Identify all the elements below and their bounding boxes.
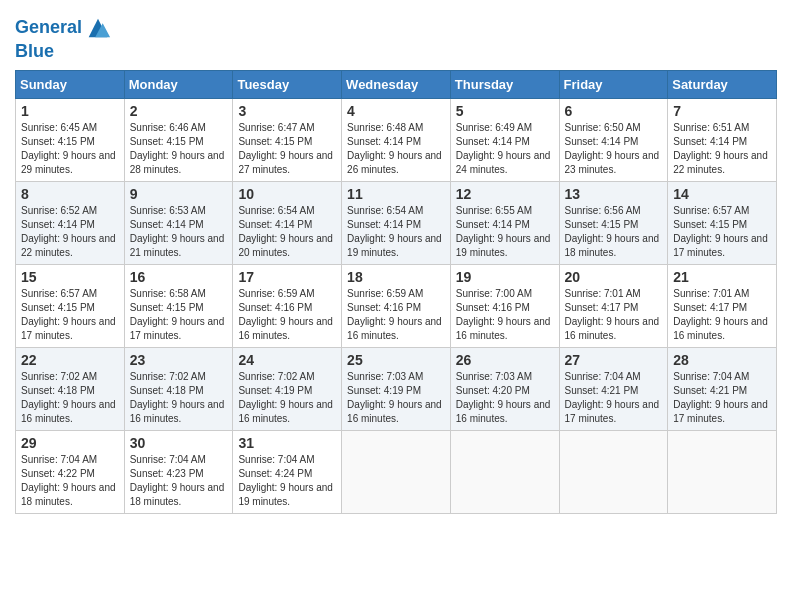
calendar-cell: 10Sunrise: 6:54 AMSunset: 4:14 PMDayligh… xyxy=(233,181,342,264)
calendar-cell: 25Sunrise: 7:03 AMSunset: 4:19 PMDayligh… xyxy=(342,347,451,430)
day-info: Sunrise: 7:01 AMSunset: 4:17 PMDaylight:… xyxy=(673,287,771,343)
day-number: 13 xyxy=(565,186,663,202)
logo: General Blue xyxy=(15,14,112,62)
calendar-cell: 24Sunrise: 7:02 AMSunset: 4:19 PMDayligh… xyxy=(233,347,342,430)
day-info: Sunrise: 6:55 AMSunset: 4:14 PMDaylight:… xyxy=(456,204,554,260)
day-number: 6 xyxy=(565,103,663,119)
day-header: Saturday xyxy=(668,70,777,98)
day-header: Wednesday xyxy=(342,70,451,98)
day-info: Sunrise: 6:54 AMSunset: 4:14 PMDaylight:… xyxy=(238,204,336,260)
calendar-cell: 21Sunrise: 7:01 AMSunset: 4:17 PMDayligh… xyxy=(668,264,777,347)
calendar-week: 15Sunrise: 6:57 AMSunset: 4:15 PMDayligh… xyxy=(16,264,777,347)
day-info: Sunrise: 7:04 AMSunset: 4:23 PMDaylight:… xyxy=(130,453,228,509)
day-info: Sunrise: 6:59 AMSunset: 4:16 PMDaylight:… xyxy=(347,287,445,343)
day-number: 11 xyxy=(347,186,445,202)
day-header: Monday xyxy=(124,70,233,98)
day-info: Sunrise: 6:46 AMSunset: 4:15 PMDaylight:… xyxy=(130,121,228,177)
calendar-cell: 27Sunrise: 7:04 AMSunset: 4:21 PMDayligh… xyxy=(559,347,668,430)
calendar-cell: 23Sunrise: 7:02 AMSunset: 4:18 PMDayligh… xyxy=(124,347,233,430)
day-number: 30 xyxy=(130,435,228,451)
day-number: 3 xyxy=(238,103,336,119)
day-info: Sunrise: 7:04 AMSunset: 4:21 PMDaylight:… xyxy=(673,370,771,426)
calendar-cell: 1Sunrise: 6:45 AMSunset: 4:15 PMDaylight… xyxy=(16,98,125,181)
day-number: 23 xyxy=(130,352,228,368)
calendar-week: 29Sunrise: 7:04 AMSunset: 4:22 PMDayligh… xyxy=(16,430,777,513)
calendar-body: 1Sunrise: 6:45 AMSunset: 4:15 PMDaylight… xyxy=(16,98,777,513)
calendar-cell: 22Sunrise: 7:02 AMSunset: 4:18 PMDayligh… xyxy=(16,347,125,430)
calendar-cell: 26Sunrise: 7:03 AMSunset: 4:20 PMDayligh… xyxy=(450,347,559,430)
day-info: Sunrise: 6:59 AMSunset: 4:16 PMDaylight:… xyxy=(238,287,336,343)
day-number: 16 xyxy=(130,269,228,285)
day-info: Sunrise: 6:57 AMSunset: 4:15 PMDaylight:… xyxy=(21,287,119,343)
day-number: 26 xyxy=(456,352,554,368)
logo-text: General xyxy=(15,18,82,38)
day-info: Sunrise: 7:03 AMSunset: 4:19 PMDaylight:… xyxy=(347,370,445,426)
day-number: 24 xyxy=(238,352,336,368)
calendar-cell: 17Sunrise: 6:59 AMSunset: 4:16 PMDayligh… xyxy=(233,264,342,347)
day-info: Sunrise: 7:04 AMSunset: 4:22 PMDaylight:… xyxy=(21,453,119,509)
day-info: Sunrise: 6:54 AMSunset: 4:14 PMDaylight:… xyxy=(347,204,445,260)
calendar-header: SundayMondayTuesdayWednesdayThursdayFrid… xyxy=(16,70,777,98)
calendar-cell: 30Sunrise: 7:04 AMSunset: 4:23 PMDayligh… xyxy=(124,430,233,513)
day-info: Sunrise: 6:47 AMSunset: 4:15 PMDaylight:… xyxy=(238,121,336,177)
day-number: 20 xyxy=(565,269,663,285)
day-info: Sunrise: 6:58 AMSunset: 4:15 PMDaylight:… xyxy=(130,287,228,343)
calendar-cell: 20Sunrise: 7:01 AMSunset: 4:17 PMDayligh… xyxy=(559,264,668,347)
day-info: Sunrise: 7:04 AMSunset: 4:21 PMDaylight:… xyxy=(565,370,663,426)
calendar-cell: 6Sunrise: 6:50 AMSunset: 4:14 PMDaylight… xyxy=(559,98,668,181)
calendar-cell: 15Sunrise: 6:57 AMSunset: 4:15 PMDayligh… xyxy=(16,264,125,347)
calendar-cell: 5Sunrise: 6:49 AMSunset: 4:14 PMDaylight… xyxy=(450,98,559,181)
day-header: Sunday xyxy=(16,70,125,98)
day-number: 1 xyxy=(21,103,119,119)
day-number: 10 xyxy=(238,186,336,202)
day-info: Sunrise: 6:53 AMSunset: 4:14 PMDaylight:… xyxy=(130,204,228,260)
day-number: 7 xyxy=(673,103,771,119)
calendar-cell: 8Sunrise: 6:52 AMSunset: 4:14 PMDaylight… xyxy=(16,181,125,264)
calendar-cell: 18Sunrise: 6:59 AMSunset: 4:16 PMDayligh… xyxy=(342,264,451,347)
day-number: 8 xyxy=(21,186,119,202)
day-number: 28 xyxy=(673,352,771,368)
day-number: 14 xyxy=(673,186,771,202)
day-number: 27 xyxy=(565,352,663,368)
day-number: 17 xyxy=(238,269,336,285)
day-number: 4 xyxy=(347,103,445,119)
day-info: Sunrise: 6:49 AMSunset: 4:14 PMDaylight:… xyxy=(456,121,554,177)
calendar-week: 22Sunrise: 7:02 AMSunset: 4:18 PMDayligh… xyxy=(16,347,777,430)
day-number: 12 xyxy=(456,186,554,202)
day-info: Sunrise: 7:00 AMSunset: 4:16 PMDaylight:… xyxy=(456,287,554,343)
calendar-cell: 13Sunrise: 6:56 AMSunset: 4:15 PMDayligh… xyxy=(559,181,668,264)
day-info: Sunrise: 6:52 AMSunset: 4:14 PMDaylight:… xyxy=(21,204,119,260)
day-info: Sunrise: 6:57 AMSunset: 4:15 PMDaylight:… xyxy=(673,204,771,260)
day-header: Tuesday xyxy=(233,70,342,98)
day-info: Sunrise: 7:02 AMSunset: 4:18 PMDaylight:… xyxy=(21,370,119,426)
day-number: 18 xyxy=(347,269,445,285)
calendar-week: 8Sunrise: 6:52 AMSunset: 4:14 PMDaylight… xyxy=(16,181,777,264)
day-number: 31 xyxy=(238,435,336,451)
calendar-cell: 14Sunrise: 6:57 AMSunset: 4:15 PMDayligh… xyxy=(668,181,777,264)
calendar-cell: 28Sunrise: 7:04 AMSunset: 4:21 PMDayligh… xyxy=(668,347,777,430)
calendar-week: 1Sunrise: 6:45 AMSunset: 4:15 PMDaylight… xyxy=(16,98,777,181)
logo-text-blue: Blue xyxy=(15,42,112,62)
day-info: Sunrise: 7:04 AMSunset: 4:24 PMDaylight:… xyxy=(238,453,336,509)
calendar-cell: 19Sunrise: 7:00 AMSunset: 4:16 PMDayligh… xyxy=(450,264,559,347)
calendar-cell: 7Sunrise: 6:51 AMSunset: 4:14 PMDaylight… xyxy=(668,98,777,181)
day-info: Sunrise: 7:01 AMSunset: 4:17 PMDaylight:… xyxy=(565,287,663,343)
day-info: Sunrise: 6:48 AMSunset: 4:14 PMDaylight:… xyxy=(347,121,445,177)
day-info: Sunrise: 6:56 AMSunset: 4:15 PMDaylight:… xyxy=(565,204,663,260)
calendar-cell: 11Sunrise: 6:54 AMSunset: 4:14 PMDayligh… xyxy=(342,181,451,264)
header-row: SundayMondayTuesdayWednesdayThursdayFrid… xyxy=(16,70,777,98)
day-info: Sunrise: 7:02 AMSunset: 4:18 PMDaylight:… xyxy=(130,370,228,426)
calendar-cell: 31Sunrise: 7:04 AMSunset: 4:24 PMDayligh… xyxy=(233,430,342,513)
day-number: 25 xyxy=(347,352,445,368)
day-number: 9 xyxy=(130,186,228,202)
day-number: 19 xyxy=(456,269,554,285)
calendar-cell: 2Sunrise: 6:46 AMSunset: 4:15 PMDaylight… xyxy=(124,98,233,181)
day-number: 29 xyxy=(21,435,119,451)
calendar-cell: 9Sunrise: 6:53 AMSunset: 4:14 PMDaylight… xyxy=(124,181,233,264)
day-info: Sunrise: 6:50 AMSunset: 4:14 PMDaylight:… xyxy=(565,121,663,177)
day-info: Sunrise: 6:51 AMSunset: 4:14 PMDaylight:… xyxy=(673,121,771,177)
calendar-cell: 16Sunrise: 6:58 AMSunset: 4:15 PMDayligh… xyxy=(124,264,233,347)
day-info: Sunrise: 7:03 AMSunset: 4:20 PMDaylight:… xyxy=(456,370,554,426)
calendar-cell: 12Sunrise: 6:55 AMSunset: 4:14 PMDayligh… xyxy=(450,181,559,264)
calendar-cell xyxy=(342,430,451,513)
